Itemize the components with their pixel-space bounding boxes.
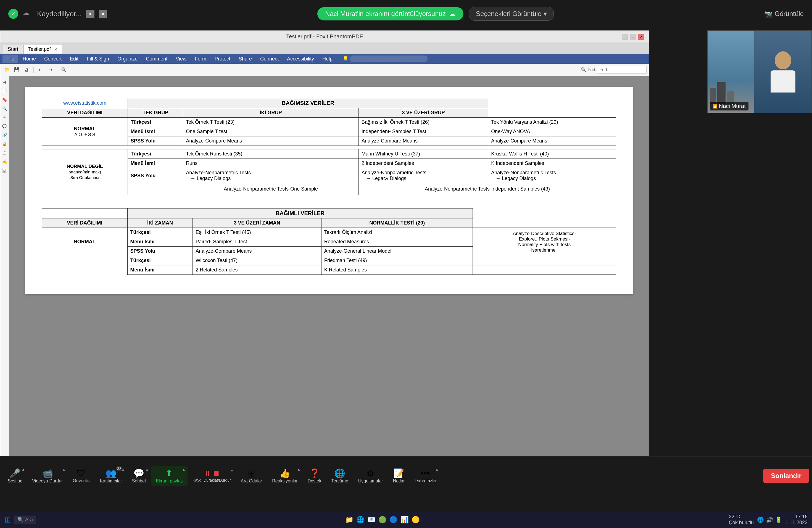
chevron-down-icon: ▾ (543, 10, 547, 18)
close-button[interactable]: ✕ (638, 34, 644, 40)
toolbar-open-btn[interactable]: 📁 (2, 65, 11, 74)
sidebar-bookmark-icon[interactable]: 🔖 (1, 97, 8, 103)
tab-close-icon[interactable]: ✕ (54, 47, 57, 52)
search-input[interactable] (597, 66, 647, 74)
tell-me-input[interactable] (350, 56, 427, 62)
toolbar-redo-btn[interactable]: ↪ (46, 65, 55, 74)
pdf-page: www.eistatistik.com BAĞIMSIZ VERİLER VER… (25, 87, 633, 294)
win-start-icon[interactable]: ⊞ (4, 515, 11, 524)
sidebar-security-icon[interactable]: 🔒 (1, 141, 8, 147)
chat-tool[interactable]: 💬 Sohbet ▲ (127, 466, 151, 486)
video-name: Naci Murat (719, 103, 746, 109)
menu-form[interactable]: Form (191, 55, 210, 63)
end-meeting-button[interactable]: Sonlandır (763, 469, 809, 483)
security-label: Güvenlik (73, 478, 90, 483)
win-right: 22°C Çok bulutlu 🌐 🔊 🔋 17:16 1.11.2023 (729, 514, 808, 526)
security-tool[interactable]: 🛡 Güvenlik (68, 466, 95, 485)
toolbar-zoom-in-btn[interactable]: 🔍 (59, 65, 68, 74)
menu-organize[interactable]: Organize (114, 55, 141, 63)
audio-tool[interactable]: 🎤 Sesi aç ▲ (3, 466, 27, 486)
menu-home[interactable]: Home (19, 55, 40, 63)
t2-nd-iki-menu-val: 2 Related Samples (193, 265, 321, 275)
win-zoom-icon[interactable]: 🟢 (378, 516, 387, 524)
sidebar-link-icon[interactable]: 🔗 (1, 132, 8, 138)
more-tool[interactable]: ••• Daha fazla ▲ (410, 466, 441, 485)
more-label: Daha fazla (415, 478, 436, 483)
recording-status-icon: ✓ (8, 9, 18, 19)
reactions-tool[interactable]: 👍 Reaksiyonlar ▲ (267, 466, 302, 486)
mic-icon: 🎤 (10, 468, 20, 479)
view-button[interactable]: 📷 Görüntüle (764, 10, 804, 18)
participants-tool[interactable]: 👥 38 Katılımcılar ▲ (95, 466, 127, 486)
t2-uc-zaman-header: 3 VE ÜZERİ ZAMAN (193, 218, 321, 228)
options-button[interactable]: Seçenekleri Görüntüle ▾ (469, 7, 554, 21)
record-tool[interactable]: ⏸ ⏹ Kaydı Duraklat/Durdur ▲ (188, 467, 236, 485)
menu-protect[interactable]: Protect (211, 55, 234, 63)
video-icon: 📹 (42, 468, 53, 479)
toolbar-print-btn[interactable]: 🖨 (23, 65, 31, 74)
t2-normallik-header: NORMALLİK TESTİ (20) (321, 218, 473, 228)
nd-uc-turkce-val: Kruskal Wallis H Testi (40) (488, 149, 616, 159)
win-pdf-icon[interactable]: 🔵 (389, 516, 398, 524)
win-mail-icon[interactable]: 📧 (367, 516, 376, 524)
notes-tool[interactable]: 📝 Notlar (388, 466, 410, 486)
sidebar-pen-icon[interactable]: ✏ (1, 114, 8, 121)
menu-file[interactable]: File (2, 55, 18, 63)
tab-start[interactable]: Start (3, 45, 23, 54)
rooms-tool[interactable]: ⊞ Ara Odalar (236, 466, 267, 486)
t2-normal-spss-label: SPSS Yolu (127, 247, 193, 256)
t2-nd-uc-menu-val: K Related Samples (321, 265, 473, 275)
menu-share[interactable]: Share (235, 55, 256, 63)
sidebar-search-icon[interactable]: 🔍 (1, 105, 8, 112)
win-file-icon[interactable]: 📁 (345, 516, 353, 524)
veri-dagilimi-label: VERİ DAĞILIMI (42, 108, 128, 118)
video-panel: 📶 Naci Murat (707, 30, 812, 113)
t2-nd-iki-turkce-val: Wilcoxon Testi (47) (193, 256, 321, 265)
menu-view[interactable]: View (172, 55, 190, 63)
support-tool[interactable]: ❓ Destek (303, 466, 327, 486)
t2-normal-iki-menu-val: Paired- Samples T Test (193, 237, 321, 247)
maximize-button[interactable]: □ (630, 34, 636, 40)
translate-tool[interactable]: 🌐 Tercüme (326, 466, 353, 486)
share-screen-icon: ⬆ (165, 468, 173, 479)
menu-help[interactable]: Help (318, 55, 336, 63)
menu-fill-sign[interactable]: Fill & Sign (83, 55, 113, 63)
pause-button[interactable]: ⏸ (86, 10, 95, 18)
cloud-upload-icon: ☁ (449, 10, 456, 18)
win-temp: 22°C Çok bulutlu (729, 514, 754, 526)
sidebar-chart-icon[interactable]: 📊 (1, 167, 8, 174)
menu-connect[interactable]: Connect (256, 55, 282, 63)
win-search[interactable]: 🔍 Ara (14, 516, 36, 524)
win-excel-icon[interactable]: 📊 (401, 516, 409, 524)
sidebar-comment-icon[interactable]: 💬 (1, 123, 8, 130)
sidebar-form-icon[interactable]: 📋 (1, 149, 8, 156)
website-link[interactable]: www.eistatistik.com (42, 98, 128, 108)
normal-degil-label: NORMAL DEĞİL ortanca(min-mak) Sıra Ortal… (42, 149, 128, 195)
menu-edit[interactable]: Edit (66, 55, 82, 63)
share-chevron: ▲ (182, 468, 185, 471)
nd-tek-turkce-val: Tek Örnek Runs testi (35) (183, 149, 359, 159)
stop-button[interactable]: ■ (99, 10, 107, 18)
sidebar-page-icon[interactable]: 📄 (1, 88, 8, 94)
menu-convert[interactable]: Convert (40, 55, 66, 63)
sidebar-nav-icon[interactable]: ◀ (1, 79, 8, 85)
record-pause-icon: ⏸ (204, 469, 211, 478)
win-search-placeholder: Ara (25, 517, 33, 523)
minimize-button[interactable]: — (622, 34, 628, 40)
win-browser-icon[interactable]: 🌐 (356, 516, 365, 524)
tab-testler[interactable]: Testler.pdf ✕ (24, 45, 62, 54)
menu-accessibility[interactable]: Accessibility (283, 55, 318, 63)
apps-tool[interactable]: ⚙ Uygulamalar (353, 466, 388, 486)
menu-comment[interactable]: Comment (142, 55, 171, 63)
win-app-icon[interactable]: 🟡 (411, 516, 420, 524)
windows-taskbar: ⊞ 🔍 Ara 📁 🌐 📧 🟢 🔵 📊 🟡 22°C Çok bulutlu 🌐… (0, 511, 812, 528)
toolbar-save-btn[interactable]: 💾 (12, 65, 21, 74)
tab-bar: Start Testler.pdf ✕ (0, 43, 649, 54)
video-tool[interactable]: 📹 Videoyu Durdur ▲ (27, 466, 68, 486)
share-screen-tool[interactable]: ⬆ Ekranı paylaş ▲ (151, 466, 188, 486)
app-window: Testler.pdf - Foxit PhantomPDF — □ ✕ Sta… (0, 30, 649, 478)
toolbar-undo-btn[interactable]: ↩ (36, 65, 45, 74)
sidebar-sign-icon[interactable]: ✍ (1, 158, 8, 165)
app-title: Testler.pdf - Foxit PhantomPDF (286, 33, 363, 40)
recording-controls: ✓ ☁ Kaydediliyor... ⏸ ■ (8, 9, 107, 19)
